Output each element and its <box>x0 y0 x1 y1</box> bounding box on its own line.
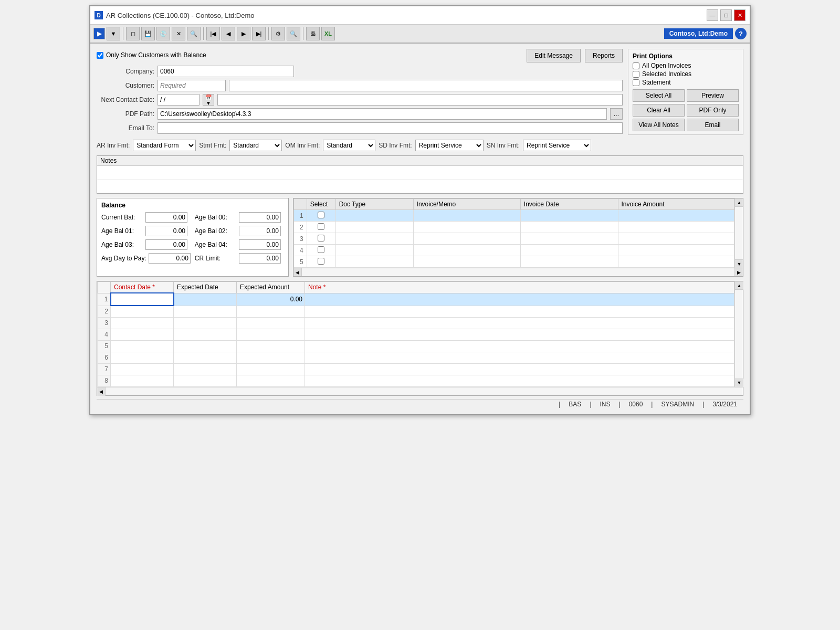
ct-expected-amount-2[interactable] <box>237 306 305 317</box>
print-button[interactable]: 🖶 <box>306 27 320 40</box>
ct-scroll-left-button[interactable]: ◀ <box>97 387 106 396</box>
ct-expected-amount-1[interactable]: 0.00 <box>237 293 305 306</box>
minimize-button[interactable]: — <box>707 9 718 21</box>
customer-input[interactable] <box>158 80 226 91</box>
notes-line-1[interactable] <box>97 166 743 180</box>
age-bal-04-input[interactable] <box>239 239 281 250</box>
pdf-path-input[interactable] <box>158 108 607 120</box>
new-button[interactable]: ◻ <box>126 27 140 40</box>
browse-button[interactable]: ... <box>610 108 623 120</box>
cr-limit-input[interactable] <box>239 253 281 264</box>
age-bal-03-input[interactable] <box>145 239 187 250</box>
ct-note-1[interactable] <box>305 293 734 306</box>
selected-invoices-checkbox[interactable] <box>633 71 639 78</box>
ct-expected-date-3[interactable] <box>174 317 237 329</box>
dropdown-button[interactable]: ▼ <box>107 27 120 40</box>
select-cell-5[interactable] <box>307 256 335 268</box>
select-cell-3[interactable] <box>307 233 335 245</box>
age-bal-00-input[interactable] <box>239 212 281 223</box>
ct-note-8[interactable] <box>305 375 734 386</box>
preview-button[interactable]: Preview <box>687 89 739 102</box>
ct-note-7[interactable] <box>305 363 734 375</box>
next-contact-extra[interactable] <box>217 94 623 106</box>
settings-button[interactable]: ⚙ <box>271 27 285 40</box>
ct-scroll-up-button[interactable]: ▲ <box>735 281 743 290</box>
ct-expected-date-2[interactable] <box>174 306 237 317</box>
only-show-checkbox[interactable] <box>97 52 103 59</box>
select-all-button[interactable]: Select All <box>633 89 685 102</box>
view-all-notes-button[interactable]: View All Notes <box>633 119 685 131</box>
ct-expected-date-1[interactable] <box>174 293 237 306</box>
row-select-3[interactable] <box>318 235 324 242</box>
customer-name-input[interactable] <box>229 80 623 91</box>
ct-contact-date-6[interactable] <box>111 352 174 363</box>
calendar-button[interactable]: 📅▼ <box>203 94 214 106</box>
ct-expected-date-5[interactable] <box>174 340 237 352</box>
email-button[interactable]: Email <box>687 119 739 131</box>
sn-inv-fmt-select[interactable]: Reprint Service <box>523 140 591 151</box>
edit-message-button[interactable]: Edit Message <box>527 49 581 62</box>
ct-expected-amount-3[interactable] <box>237 317 305 329</box>
close-button[interactable]: ✕ <box>734 9 746 21</box>
help-button[interactable]: ? <box>735 28 747 39</box>
ar-inv-fmt-select[interactable]: Standard Form <box>133 140 196 151</box>
ct-note-3[interactable] <box>305 317 734 329</box>
ct-expected-amount-8[interactable] <box>237 375 305 386</box>
stmt-fmt-select[interactable]: Standard <box>229 140 282 151</box>
ct-contact-date-7[interactable] <box>111 363 174 375</box>
ct-note-5[interactable] <box>305 340 734 352</box>
age-bal-01-input[interactable] <box>145 226 187 236</box>
avg-day-input[interactable] <box>149 253 191 264</box>
ct-expected-date-8[interactable] <box>174 375 237 386</box>
om-inv-fmt-select[interactable]: Standard <box>323 140 375 151</box>
ct-expected-amount-7[interactable] <box>237 363 305 375</box>
next-button[interactable]: ▶ <box>237 27 250 40</box>
next-contact-input[interactable] <box>158 94 200 106</box>
prev-button[interactable]: ◀ <box>222 27 235 40</box>
ct-note-6[interactable] <box>305 352 734 363</box>
last-button[interactable]: ▶| <box>252 27 266 40</box>
ct-expected-amount-5[interactable] <box>237 340 305 352</box>
pdf-only-button[interactable]: PDF Only <box>687 104 739 117</box>
save-button[interactable]: 💾 <box>141 27 155 40</box>
ct-contact-date-3[interactable] <box>111 317 174 329</box>
notes-line-2[interactable] <box>97 180 743 193</box>
ct-expected-date-7[interactable] <box>174 363 237 375</box>
ct-expected-date-4[interactable] <box>174 329 237 340</box>
save-copy-button[interactable]: 💿 <box>156 27 170 40</box>
scroll-down-button[interactable]: ▼ <box>735 259 743 268</box>
row-select-2[interactable] <box>318 223 324 230</box>
ct-note-4[interactable] <box>305 329 734 340</box>
play-button[interactable]: ▶ <box>93 28 105 39</box>
ct-contact-date-2[interactable] <box>111 306 174 317</box>
zoom-button[interactable]: 🔍 <box>287 27 300 40</box>
scroll-left-button[interactable]: ◀ <box>293 268 302 277</box>
select-cell-2[interactable] <box>307 222 335 233</box>
find-button[interactable]: 🔍 <box>187 27 201 40</box>
excel-button[interactable]: XL <box>321 27 335 40</box>
scroll-up-button[interactable]: ▲ <box>735 198 743 207</box>
row-select-5[interactable] <box>318 258 324 265</box>
ct-contact-date-8[interactable] <box>111 375 174 386</box>
clear-all-button[interactable]: Clear All <box>633 104 685 117</box>
sd-inv-fmt-select[interactable]: Reprint Service <box>415 140 484 151</box>
statement-checkbox[interactable] <box>633 79 639 86</box>
row-select-4[interactable] <box>318 246 324 253</box>
ct-scroll-down-button[interactable]: ▼ <box>735 379 743 387</box>
restore-button[interactable]: □ <box>720 9 732 21</box>
ct-expected-amount-4[interactable] <box>237 329 305 340</box>
ct-contact-date-5[interactable] <box>111 340 174 352</box>
all-open-invoices-checkbox[interactable] <box>633 62 639 69</box>
ct-contact-date-1[interactable] <box>111 293 174 306</box>
first-button[interactable]: |◀ <box>206 27 220 40</box>
select-cell-1[interactable] <box>307 210 335 222</box>
company-badge[interactable]: Contoso, Ltd:Demo <box>664 28 733 39</box>
age-bal-02-input[interactable] <box>239 226 281 236</box>
scroll-right-button[interactable]: ▶ <box>734 268 743 277</box>
row-select-1[interactable] <box>318 212 324 218</box>
current-bal-input[interactable] <box>145 212 187 223</box>
select-cell-4[interactable] <box>307 245 335 256</box>
delete-button[interactable]: ✕ <box>172 27 185 40</box>
ct-contact-date-4[interactable] <box>111 329 174 340</box>
contact-date-input-1[interactable] <box>111 293 173 305</box>
